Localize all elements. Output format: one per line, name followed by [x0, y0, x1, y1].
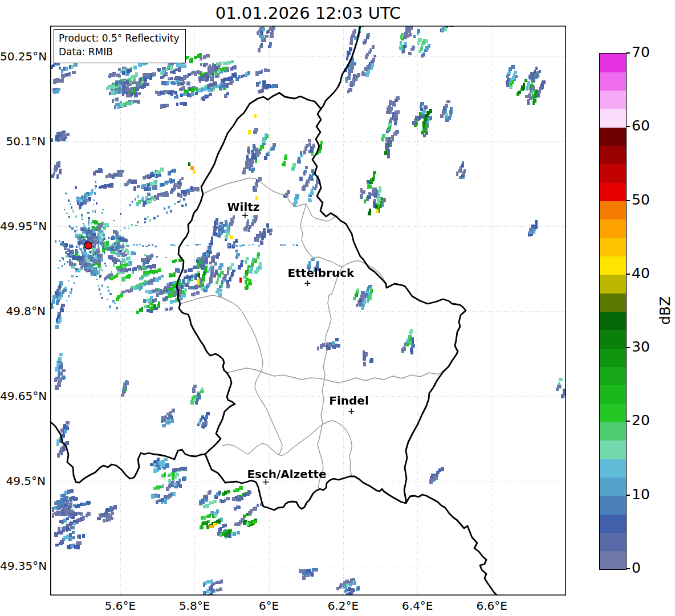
colorbar-tick	[626, 126, 630, 127]
colorbar-band	[600, 551, 626, 570]
colorbar-band	[600, 256, 626, 275]
colorbar-tick-label: 30	[632, 338, 650, 355]
lat-tick-label: 49.8°N	[0, 304, 46, 318]
colorbar-band	[600, 312, 626, 331]
colorbar-band	[600, 532, 626, 551]
colorbar-tick-label: 70	[632, 44, 650, 60]
colorbar-tick-label: 10	[632, 486, 650, 503]
country-border	[177, 93, 466, 510]
lon-tick-label: 6°E	[243, 599, 295, 613]
colorbar-band	[600, 182, 626, 201]
colorbar-band	[600, 109, 626, 128]
product-line: Product: 0.5° Reflectivity	[59, 32, 180, 46]
colorbar-tick	[626, 52, 630, 54]
colorbar-band	[600, 219, 626, 238]
city-marker	[348, 409, 354, 414]
colorbar-band	[600, 440, 626, 459]
city-label: Findel	[329, 394, 369, 407]
colorbar-axis-label: dBZ	[657, 294, 674, 327]
lon-tick-label: 6.6°E	[466, 599, 518, 613]
city-label: Wiltz	[227, 200, 260, 214]
colorbar-band	[600, 477, 626, 496]
colorbar-tick	[626, 568, 630, 569]
colorbar-tick	[626, 495, 630, 496]
city-marker	[304, 280, 310, 286]
colorbar-band	[600, 403, 626, 422]
lat-tick-label: 50.25°N	[0, 50, 46, 63]
city-label: Ettelbruck	[288, 266, 355, 280]
colorbar-tick-label: 0	[632, 560, 641, 576]
colorbar-band	[600, 72, 626, 91]
plot-frame	[51, 26, 566, 595]
colorbar-tick-label: 50	[632, 191, 650, 208]
radar-site-marker	[84, 242, 92, 249]
colorbar-tick-label: 40	[632, 265, 650, 282]
colorbar-band	[600, 330, 626, 349]
colorbar-band	[600, 459, 626, 478]
colorbar-band	[600, 496, 626, 515]
colorbar-band	[600, 127, 626, 146]
district-border	[227, 366, 449, 383]
map-plot-area: Product: 0.5° Reflectivity Data: RMIB Wi…	[50, 26, 566, 595]
colorbar-band	[600, 514, 626, 533]
colorbar-band	[600, 293, 626, 312]
colorbar-tick	[626, 347, 630, 348]
colorbar-tick	[626, 421, 630, 422]
colorbar-tick	[626, 200, 630, 201]
colorbar-band	[600, 164, 626, 183]
map-borders-layer	[50, 26, 566, 595]
colorbar-band	[600, 366, 626, 385]
lon-tick-label: 6.4°E	[392, 599, 443, 613]
lon-tick-label: 5.8°E	[169, 599, 220, 613]
city-label: Esch/Alzette	[247, 467, 326, 481]
lon-tick-label: 5.6°E	[95, 599, 146, 613]
colorbar-tick	[626, 274, 630, 275]
lon-tick-label: 6.2°E	[318, 599, 369, 613]
lat-tick-label: 50.1°N	[0, 134, 46, 148]
colorbar-tick-label: 60	[632, 118, 650, 134]
lat-tick-label: 49.35°N	[0, 559, 46, 573]
lat-tick-label: 49.95°N	[0, 219, 46, 233]
colorbar-tick-label: 20	[632, 413, 650, 429]
district-border	[203, 178, 336, 221]
colorbar-band	[600, 385, 626, 404]
colorbar-band	[600, 146, 626, 165]
colorbar-band	[600, 422, 626, 440]
district-border	[180, 295, 282, 454]
product-info-box: Product: 0.5° Reflectivity Data: RMIB	[54, 29, 186, 63]
colorbar-band	[600, 238, 626, 256]
radar-figure: 01.01.2026 12:03 UTC Product: 0.5° Refle…	[0, 0, 675, 616]
country-border	[406, 495, 497, 595]
country-border	[321, 26, 360, 109]
district-border	[318, 267, 342, 488]
colorbar-band	[600, 348, 626, 367]
colorbar	[599, 53, 627, 570]
figure-title: 01.01.2026 12:03 UTC	[50, 3, 566, 23]
colorbar-band	[600, 54, 626, 72]
lat-tick-label: 49.65°N	[0, 389, 46, 403]
data-source-line: Data: RMIB	[59, 46, 180, 59]
lat-tick-label: 49.5°N	[0, 474, 46, 488]
colorbar-band	[600, 201, 626, 220]
colorbar-band	[600, 91, 626, 109]
country-border	[50, 421, 205, 483]
colorbar-band	[600, 275, 626, 293]
